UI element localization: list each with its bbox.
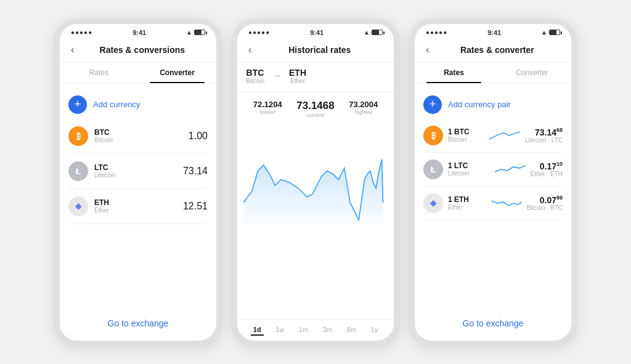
status-bar-3: ●●●●● 9:41 ▲ <box>415 24 571 39</box>
battery-icon-2 <box>372 30 383 35</box>
add-currency-pair-button[interactable]: + Add currency pair <box>423 91 563 119</box>
wifi-icon: ▲ <box>186 29 192 36</box>
pair-to-symbol: ETH <box>289 68 306 78</box>
btc-fullname: Bitcoin <box>94 137 189 144</box>
chart-container <box>237 122 394 319</box>
eth-icon: ◆ <box>68 196 88 216</box>
back-button-3[interactable]: ‹ <box>423 42 432 57</box>
status-bar-2: ●●●●● 9:41 ▲ <box>237 24 394 39</box>
status-bar-1: ●●●●● 9:41 ▲ <box>60 24 216 39</box>
nav-title-1: Rates & conversions <box>77 45 208 55</box>
tab-converter-3[interactable]: Converter <box>493 63 571 83</box>
pair-from-name: Bitcoin <box>246 78 264 84</box>
currency-row-btc[interactable]: ₿ BTC Bitcoin 1.00 <box>68 119 208 154</box>
phone-2: ●●●●● 9:41 ▲ ‹ Historical rates BTC Bitc… <box>232 19 399 346</box>
back-button-1[interactable]: ‹ <box>68 42 77 57</box>
rate-ltc-main: 0.1710 <box>531 161 563 171</box>
btc-symbol: BTC <box>94 128 189 137</box>
rate-row-ltc[interactable]: Ł 1 LTC Litecoin 0.1710 Ether · ETH <box>423 153 563 187</box>
currency-row-ltc[interactable]: Ł LTC Litecoin 73.14 <box>68 154 208 189</box>
rate-eth-main: 0.0799 <box>527 195 563 205</box>
rate-ltc-amount: 1 LTC <box>448 161 490 170</box>
status-icons-2: ▲ <box>364 29 383 36</box>
period-1w[interactable]: 1w <box>273 325 287 336</box>
pair-arrow-icon: → <box>272 70 282 81</box>
time-display-2: 9:41 <box>310 29 324 36</box>
btc-value: 1.00 <box>189 131 208 142</box>
add-pair-icon: + <box>423 95 442 114</box>
period-1y[interactable]: 1y <box>368 325 381 336</box>
rate-row-btc[interactable]: ₿ 1 BTC Bitcoin 73.1468 Litecoin · LTC <box>423 119 563 153</box>
rate-btc-amount: 1 BTC <box>448 127 484 136</box>
time-display-3: 9:41 <box>487 29 501 36</box>
back-button-2[interactable]: ‹ <box>246 42 254 57</box>
tab-rates-1[interactable]: Rates <box>60 63 138 83</box>
tab-converter-1[interactable]: Converter <box>138 63 216 83</box>
rate-ltc-value: 0.1710 Ether · ETH <box>531 161 563 178</box>
ltc-icon: Ł <box>68 161 88 181</box>
tab-rates-3[interactable]: Rates <box>415 63 493 83</box>
battery-icon-3 <box>549 30 560 35</box>
stat-lowest-value: 72.1204 <box>253 100 282 109</box>
wifi-icon-2: ▲ <box>364 29 370 36</box>
rate-stats: 72.1204 lowest 73.1468 current 73.2004 h… <box>237 92 394 122</box>
rate-btc-full: Bitcoin <box>448 136 484 143</box>
signal-dots: ●●●●● <box>71 29 92 36</box>
rate-btc-icon: ₿ <box>423 126 443 145</box>
time-display: 9:41 <box>132 29 146 36</box>
go-exchange-1[interactable]: Go to exchange <box>68 307 208 333</box>
stat-highest-value: 73.2004 <box>349 100 378 109</box>
currency-pair: BTC Bitcoin → ETH Ether <box>237 63 394 92</box>
rate-btc-info: 1 BTC Bitcoin <box>448 127 484 143</box>
mini-chart-ltc <box>495 162 526 177</box>
battery-icon <box>194 30 205 35</box>
rate-ltc-pair: Ether · ETH <box>531 171 563 177</box>
ltc-fullname: Litecoin <box>94 172 183 179</box>
pair-to: ETH Ether <box>289 68 306 84</box>
rate-eth-value: 0.0799 Bitcoin · BTC <box>527 195 563 212</box>
stat-lowest: 72.1204 lowest <box>253 100 282 118</box>
nav-title-3: Rates & converter <box>432 45 563 55</box>
phone-1: ●●●●● 9:41 ▲ ‹ Rates & conversions Rates… <box>55 19 221 346</box>
btc-icon: ₿ <box>68 126 88 146</box>
go-exchange-3[interactable]: Go to exchange <box>423 307 563 333</box>
rate-row-eth[interactable]: ◆ 1 ETH Ether 0.0799 Bitcoin · BTC <box>423 187 563 220</box>
stat-current: 73.1468 current <box>296 100 334 118</box>
mini-chart-btc <box>489 128 520 143</box>
add-icon: + <box>68 95 87 114</box>
signal-dots-2: ●●●●● <box>248 29 270 36</box>
stat-current-value: 73.1468 <box>296 100 334 112</box>
signal-dots-3: ●●●●● <box>426 29 447 36</box>
rate-eth-icon: ◆ <box>423 193 443 213</box>
period-3m[interactable]: 3m <box>320 325 335 336</box>
currency-row-eth[interactable]: ◆ ETH Ether 12.51 <box>68 189 208 224</box>
add-currency-label: Add currency <box>93 100 140 109</box>
add-currency-button[interactable]: + Add currency <box>68 91 208 119</box>
rate-ltc-full: Litecoin <box>448 170 490 177</box>
converter-content: + Add currency ₿ BTC Bitcoin 1.00 Ł LTC … <box>60 83 216 341</box>
nav-bar-3: ‹ Rates & converter <box>415 39 571 63</box>
tabs-3: Rates Converter <box>415 63 571 83</box>
period-1d[interactable]: 1d <box>251 325 264 336</box>
historical-chart <box>243 122 388 225</box>
pair-to-name: Ether <box>289 78 306 84</box>
eth-value: 12.51 <box>183 201 208 212</box>
rate-btc-pair: Litecoin · LTC <box>525 137 563 144</box>
rate-eth-pair: Bitcoin · BTC <box>527 204 563 211</box>
ltc-info: LTC Litecoin <box>94 163 183 179</box>
period-6m[interactable]: 6m <box>344 325 359 336</box>
ltc-symbol: LTC <box>94 163 183 172</box>
eth-fullname: Ether <box>94 207 183 214</box>
status-icons-3: ▲ <box>541 29 560 36</box>
btc-info: BTC Bitcoin <box>94 128 189 144</box>
pair-from-symbol: BTC <box>246 68 264 78</box>
tabs-1: Rates Converter <box>60 63 216 83</box>
eth-info: ETH Ether <box>94 198 183 214</box>
add-pair-label: Add currency pair <box>448 100 511 109</box>
rate-eth-full: Ether <box>448 204 486 211</box>
ltc-value: 73.14 <box>183 166 208 177</box>
stat-current-label: current <box>296 112 334 118</box>
rate-ltc-info: 1 LTC Litecoin <box>448 161 490 177</box>
rates-content: + Add currency pair ₿ 1 BTC Bitcoin 73.1… <box>415 83 571 341</box>
period-1m[interactable]: 1m <box>296 325 311 336</box>
